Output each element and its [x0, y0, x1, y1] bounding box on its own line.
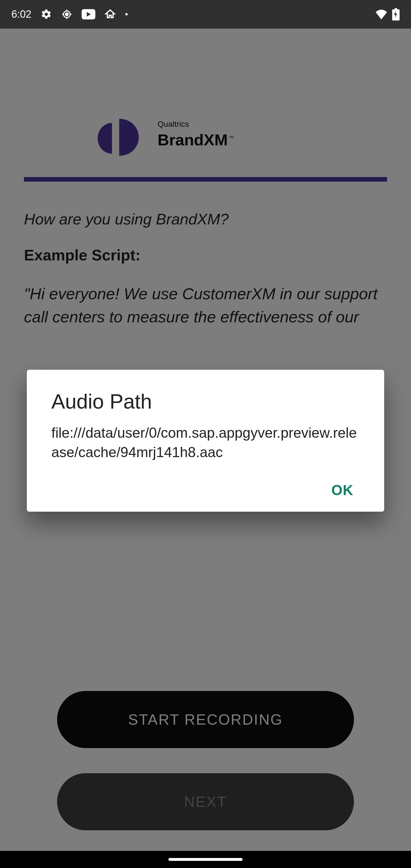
- dialog-body: file:///data/user/0/com.sap.appgyver.pre…: [51, 424, 360, 462]
- ok-button[interactable]: OK: [331, 482, 353, 499]
- youtube-icon: [82, 9, 95, 20]
- status-bar: 6:02 •: [0, 0, 411, 29]
- svg-rect-2: [395, 8, 397, 9]
- android-nav-bar: [0, 851, 411, 868]
- home-icon: [104, 8, 116, 20]
- debug-icon: [61, 8, 72, 20]
- status-left: 6:02 •: [11, 8, 128, 20]
- dialog-title: Audio Path: [51, 390, 360, 413]
- audio-path-dialog: Audio Path file:///data/user/0/com.sap.a…: [27, 370, 384, 512]
- status-right: [375, 8, 400, 21]
- status-time: 6:02: [11, 8, 31, 20]
- nav-home-pill[interactable]: [168, 858, 243, 861]
- battery-charging-icon: [392, 8, 400, 21]
- settings-gear-icon: [40, 8, 52, 20]
- overflow-dot-icon: •: [125, 9, 128, 19]
- wifi-icon: [375, 9, 388, 20]
